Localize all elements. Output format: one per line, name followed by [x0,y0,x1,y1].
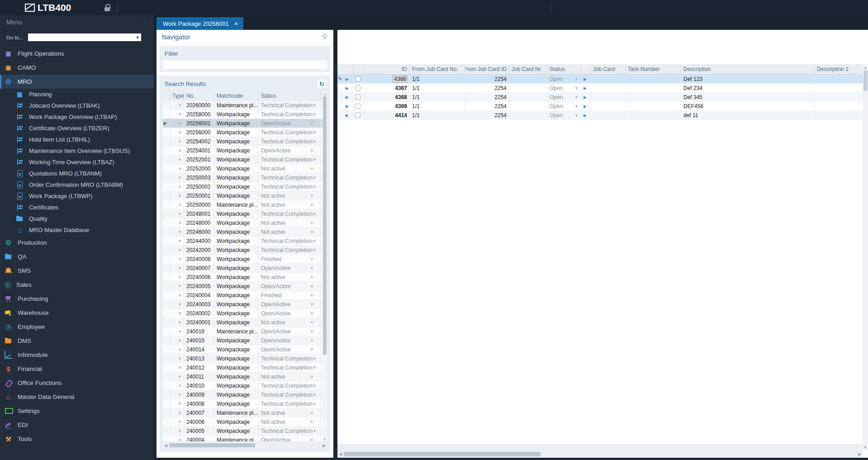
search-result-row[interactable]: ▼ 20250000 Maintenance pl... Not active▼… [163,200,323,209]
column-header-type[interactable]: Type [170,91,184,101]
sidebar-item-certificate-overview[interactable]: Certificate Overview (LTBZER) [0,123,154,134]
checkbox[interactable] [356,85,360,90]
type-dropdown[interactable]: ▼ [170,255,184,263]
search-result-row[interactable]: ▼ 20248001 Workpackage Technical Complet… [163,209,323,218]
column-header-job-card[interactable]: Job Card [590,64,625,74]
checkbox[interactable] [356,76,360,81]
type-dropdown[interactable]: ▼ [170,191,184,200]
print-icon[interactable] [256,3,265,13]
add-icon[interactable] [163,3,172,13]
sidebar-item-jobcard-overview[interactable]: Jobcard Overview (LTBAK) [0,100,154,111]
search-result-row[interactable]: ▼ 20250003 Workpackage Technical Complet… [163,173,323,182]
refresh-icon[interactable]: ↻ [318,80,326,88]
type-dropdown[interactable]: ▼ [170,327,184,336]
main-horizontal-scrollbar[interactable]: ◀ ▶ [337,451,863,458]
search-result-row[interactable]: ▼ 20240008 Workpackage Finished▼ 1 [163,255,323,264]
sidebar-item-camo[interactable]: ▣ CAMO [0,61,154,75]
cell-status[interactable]: Technical Completion▼ [258,381,320,390]
type-dropdown[interactable]: ▼ [170,200,184,209]
type-dropdown[interactable]: ▼ [170,354,184,363]
defect-row[interactable]: ▶ 4367 1/1 2254 Open▼ ▶ Def 234 [337,84,863,93]
search-result-row[interactable]: ▼ 20250001 Workpackage Not active▼ 1 [163,191,323,200]
type-dropdown[interactable]: ▼ [170,300,184,308]
expand-icon[interactable]: ▶ [344,93,353,101]
sidebar-item-tools[interactable]: ⚒ Tools [0,432,154,446]
cell-status[interactable]: Technical Completion▼ [258,137,320,146]
search-result-row[interactable]: ▼ 20254001 Workpackage Open/Active▼ 1 [163,146,323,155]
doc-icon[interactable] [534,3,543,13]
type-dropdown[interactable]: ▼ [170,390,184,399]
export-icon-2[interactable] [330,3,339,13]
help-icon[interactable] [560,3,569,13]
export-icon-3[interactable] [348,3,357,13]
scroll-down-icon[interactable]: ▼ [323,436,327,441]
chevron-down-icon[interactable]: ▼ [136,35,141,40]
sidebar-item-master-data-general[interactable]: ⌂ Master Data General [0,390,154,404]
cell-status[interactable]: Technical Completion▼ [258,110,320,119]
cell-status[interactable]: Not active▼ [258,218,320,227]
type-dropdown[interactable]: ▼ [170,417,184,426]
sidebar-item-settings[interactable]: Settings [0,404,154,418]
cell-status[interactable]: Technical Completion▼ [258,101,320,109]
pin-window-icon[interactable] [808,3,817,13]
cell-status[interactable]: Technical Completion▼ [258,155,320,164]
cell-status[interactable]: Technical Completion▼ [258,390,320,399]
scrollbar-thumb[interactable] [863,71,868,91]
scrollbar-thumb[interactable] [323,96,327,355]
search-result-row[interactable]: ▼ 20240006 Workpackage Not active▼ 1 [163,273,323,282]
type-dropdown[interactable]: ▼ [170,209,184,218]
search-result-row[interactable]: ▼ 20256000 Workpackage Technical Complet… [163,128,323,137]
cell-status[interactable]: Finished▼ [258,291,320,299]
search-result-row[interactable]: ▼ 20254002 Workpackage Technical Complet… [163,137,323,146]
timer-icon[interactable] [385,3,394,13]
menu-grip-icon[interactable]: ∷ [143,19,147,25]
search-vertical-scrollbar[interactable]: ▲ ▼ [323,91,327,441]
cell-status[interactable]: Open/Active▼ [258,327,320,336]
cell-status[interactable]: Technical Completion▼ [258,209,320,218]
sidebar-item-mro[interactable]: ⚙ MRO [0,75,154,89]
export-icon-4[interactable] [367,3,376,13]
sidebar-item-work-package-overview[interactable]: Work Package Overview (LTBAP) [0,111,154,123]
type-dropdown[interactable]: ▼ [170,218,184,227]
flash-icon[interactable] [293,3,302,13]
cell-status[interactable]: Not active▼ [258,417,320,426]
column-header-task-number[interactable]: Task Number [625,64,681,74]
search-result-row[interactable]: ▼ 20252000 Workpackage Not active▼ 1 [163,164,323,173]
checkbox-cell[interactable] [353,75,364,83]
column-header-from-job-card-id[interactable]: From Job Card ID [465,64,509,74]
open-job-card-icon[interactable]: ▶ [581,75,590,83]
cell-status[interactable]: Technical Completion▼ [258,182,320,191]
type-dropdown[interactable]: ▼ [170,228,184,236]
cell-status[interactable]: Finished▼ [258,255,320,263]
sidebar-item-financial[interactable]: $ Financial [0,362,154,376]
type-dropdown[interactable]: ▼ [170,381,184,390]
info-icon[interactable] [578,3,587,13]
package-icon[interactable] [497,3,506,13]
search-result-row[interactable]: ▼ 240004 Maintenance pl... Open/Active▼ [163,436,323,441]
open-job-card-icon[interactable]: ▶ [581,84,590,92]
mail-icon[interactable] [274,3,283,13]
cell-status[interactable]: Not active▼ [258,318,320,327]
column-header-description-2[interactable]: Description 2 [814,64,863,74]
search-result-row[interactable]: ▼ 20252001 Workpackage Technical Complet… [163,155,323,164]
column-header-no[interactable]: No. [184,91,214,101]
sidebar-item-infomodule[interactable]: Infomodule [0,348,154,362]
cell-status[interactable]: Not active▼ [258,372,320,381]
cell-status[interactable]: Not active▼ [258,408,320,417]
type-dropdown[interactable]: ▼ [170,246,184,254]
type-dropdown[interactable]: ▼ [170,309,184,318]
search-result-row[interactable]: ▼ 20244000 Workpackage Technical Complet… [163,237,323,246]
back-icon[interactable] [218,3,228,13]
type-dropdown[interactable]: ▼ [170,399,184,408]
type-dropdown[interactable]: ▼ [170,427,184,435]
column-header-status[interactable]: Status [258,91,320,101]
scroll-right-icon[interactable]: ▶ [858,452,861,456]
sidebar-item-office-functions[interactable]: Office Functions [0,376,154,390]
cell-status[interactable]: Open/Active▼ [258,436,320,441]
scrollbar-thumb[interactable] [169,443,255,447]
cell-status[interactable]: Not active▼ [258,164,320,173]
cell-status[interactable]: Open▼ [547,75,581,83]
scroll-left-icon[interactable]: ◀ [339,452,342,456]
search-result-row[interactable]: ▼ 240007 Maintenance pl... Not active▼ 1 [163,408,323,417]
sync-icon[interactable] [126,3,135,13]
